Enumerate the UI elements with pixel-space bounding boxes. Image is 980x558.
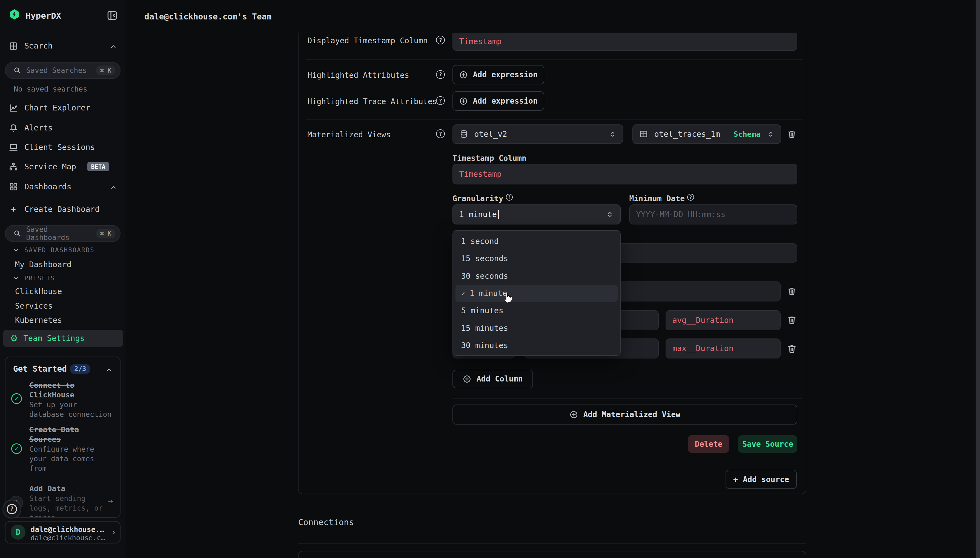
table-select[interactable]: otel_traces_1m Schema — [632, 125, 781, 144]
add-source-button[interactable]: + Add source — [726, 470, 797, 489]
timestamp-column-value: Timestamp — [459, 170, 502, 179]
sidebar-item-label: Alerts — [25, 123, 52, 132]
create-dashboard-button[interactable]: + Create Dashboard — [0, 202, 126, 217]
table-value: otel_traces_1m — [654, 130, 728, 139]
chevron-up-icon[interactable] — [109, 43, 118, 51]
sidebar-item-label: Service Map — [25, 162, 76, 171]
get-started-item[interactable]: Add Data Start sending logs, metrics, or… — [29, 484, 105, 518]
delete-column-icon[interactable] — [787, 315, 797, 325]
add-expression-button[interactable]: Add expression — [453, 65, 544, 84]
get-started-item[interactable]: Create Data Sources Configure where your… — [29, 425, 113, 473]
add-column-button[interactable]: Add Column — [453, 370, 533, 388]
dropdown-option[interactable]: 1 second — [453, 233, 620, 250]
question-icon: ? — [7, 504, 17, 514]
dropdown-option[interactable]: 30 seconds — [453, 267, 620, 284]
help-button[interactable]: ? — [2, 500, 21, 518]
get-started-title: Get Started — [13, 364, 67, 374]
minimum-date-placeholder: YYYY-MM-DD HH:mm:ss — [636, 210, 725, 219]
dropdown-option-selected[interactable]: ✓ 1 minute — [455, 285, 618, 302]
sidebar-item-team-settings[interactable]: ⚙ Team Settings — [3, 330, 123, 347]
sidebar-item-service-map[interactable]: Service Map BETA — [0, 159, 126, 175]
add-materialized-view-button[interactable]: Add Materialized View — [453, 405, 798, 425]
dropdown-option[interactable]: 15 minutes — [453, 320, 620, 337]
chevron-up-icon[interactable] — [109, 183, 118, 192]
divider — [298, 543, 806, 543]
plus-circle-icon — [463, 375, 471, 383]
vertical-scrollbar[interactable] — [976, 0, 980, 558]
saved-searches-input[interactable]: Saved Searches ⌘ K — [5, 62, 121, 79]
displayed-timestamp-label: Displayed Timestamp Column — [307, 36, 427, 45]
delete-column-icon[interactable] — [787, 344, 797, 354]
chevron-right-icon: › — [111, 527, 116, 537]
database-icon — [459, 130, 468, 138]
column-alias-input[interactable]: avg__Duration — [666, 310, 780, 330]
page-title: dale@clickhouse.com's Team — [144, 12, 272, 21]
sidebar-item-search[interactable]: Search — [0, 38, 126, 54]
saved-dashboards-section-header[interactable]: SAVED DASHBOARDS — [13, 246, 95, 253]
user-name: dale@clickhouse.… — [31, 525, 104, 533]
sidebar-item-chart-explorer[interactable]: Chart Explorer — [0, 100, 126, 116]
sidebar-item-alerts[interactable]: Alerts — [0, 120, 126, 136]
minimum-date-input[interactable]: YYYY-MM-DD HH:mm:ss — [630, 204, 798, 225]
plus-circle-icon — [459, 71, 468, 79]
sidebar-item-my-dashboard[interactable]: My Dashboard — [15, 260, 72, 269]
connections-card — [298, 551, 806, 558]
search-section-icon — [9, 41, 18, 51]
dropdown-option[interactable]: 30 minutes — [453, 337, 620, 354]
highlighted-trace-attributes-label: Highlighted Trace Attributes — [307, 97, 437, 106]
help-circle-icon[interactable]: ? — [436, 36, 445, 44]
help-circle-icon[interactable]: ? — [687, 194, 694, 200]
plus-icon: + — [733, 475, 738, 484]
sidebar-item-clickhouse[interactable]: ClickHouse — [15, 287, 62, 296]
section-label: SAVED DASHBOARDS — [25, 246, 95, 253]
plus-circle-icon — [459, 97, 468, 105]
get-started-item[interactable]: Connect to ClickHouse Set up your databa… — [29, 381, 113, 419]
sidebar-item-label: Search — [25, 41, 52, 51]
saved-dashboards-placeholder: Saved Dashboards — [26, 225, 92, 242]
minimum-date-label: Minimum Date? — [630, 194, 694, 203]
section-label: PRESETS — [25, 275, 55, 282]
updown-chevron-icon — [606, 211, 614, 218]
column-alias-value: avg__Duration — [672, 316, 733, 325]
gear-icon: ⚙ — [10, 334, 18, 343]
sidebar-item-dashboards[interactable]: Dashboards — [0, 179, 126, 195]
sidebar-item-label: Dashboards — [25, 182, 72, 191]
text-caret — [498, 210, 499, 219]
plus-circle-icon — [569, 410, 578, 419]
delete-button[interactable]: Delete — [688, 435, 730, 453]
user-menu[interactable]: D dale@clickhouse.… dale@clickhouse.c… › — [5, 521, 121, 543]
add-expression-button[interactable]: Add expression — [453, 91, 544, 111]
sidebar-item-kubernetes[interactable]: Kubernetes — [15, 316, 62, 325]
help-circle-icon[interactable]: ? — [506, 194, 513, 200]
help-circle-icon[interactable]: ? — [436, 96, 445, 105]
help-circle-icon[interactable]: ? — [436, 70, 445, 79]
check-circle-icon: ✓ — [11, 443, 22, 454]
displayed-timestamp-input[interactable]: Timestamp — [453, 33, 798, 51]
column-alias-input[interactable]: max__Duration — [666, 338, 780, 358]
timestamp-column-input[interactable]: Timestamp — [453, 164, 798, 184]
presets-section-header[interactable]: PRESETS — [13, 275, 55, 282]
database-select[interactable]: otel_v2 — [453, 125, 623, 144]
sidebar-item-client-sessions[interactable]: Client Sessions — [0, 140, 126, 155]
brand[interactable]: HyperDX — [9, 9, 61, 23]
service-map-icon — [9, 162, 18, 171]
avatar: D — [11, 525, 26, 540]
brand-name: HyperDX — [26, 11, 61, 21]
help-circle-icon[interactable]: ? — [436, 130, 445, 138]
save-source-button[interactable]: Save Source — [738, 435, 798, 453]
cmd-k-shortcut: ⌘ K — [97, 229, 115, 238]
granularity-combobox[interactable]: 1 minute — [453, 204, 621, 225]
search-icon — [13, 230, 21, 238]
arrow-right-icon[interactable]: → — [108, 496, 113, 505]
schema-link[interactable]: Schema — [733, 130, 761, 138]
delete-materialized-view-icon[interactable] — [787, 130, 797, 140]
hyperdx-app: HyperDX Search Saved Searches ⌘ K No sav… — [0, 0, 980, 558]
saved-dashboards-input[interactable]: Saved Dashboards ⌘ K — [5, 225, 121, 242]
collapse-sidebar-icon[interactable] — [107, 10, 118, 21]
dropdown-option[interactable]: 5 minutes — [453, 302, 620, 319]
sidebar-item-services[interactable]: Services — [15, 302, 52, 310]
delete-column-icon[interactable] — [787, 286, 797, 297]
dropdown-option[interactable]: 15 seconds — [453, 250, 620, 267]
chevron-up-icon[interactable] — [105, 366, 113, 374]
updown-chevron-icon — [767, 130, 774, 138]
